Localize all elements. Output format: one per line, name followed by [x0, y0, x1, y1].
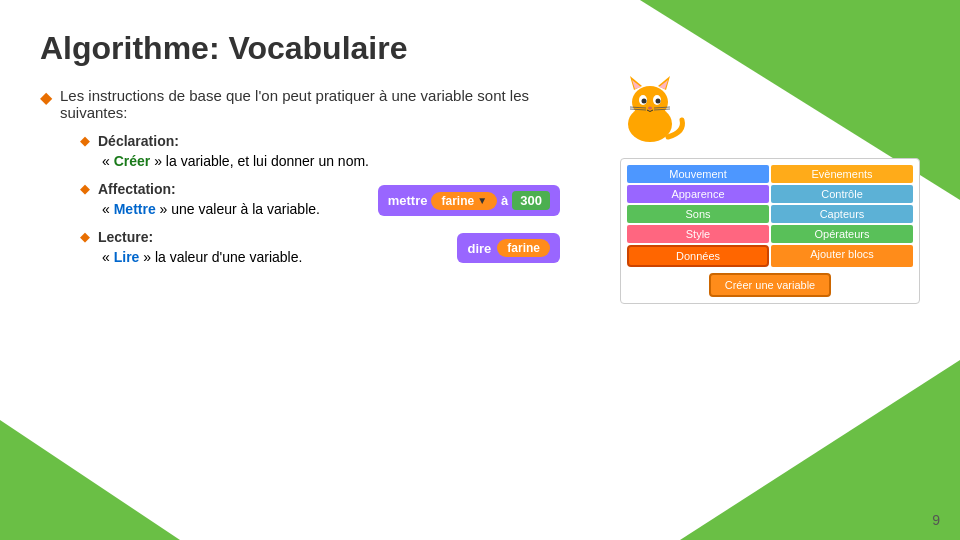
- menu-capteurs: Capteurs: [771, 205, 913, 223]
- svg-point-9: [656, 99, 661, 104]
- page-title: Algorithme: Vocabulaire: [40, 30, 920, 67]
- scratch-block-mettre: mettre farine ▼ à 300: [378, 185, 560, 216]
- left-panel: ◆ Les instructions de base que l'on peut…: [40, 87, 560, 304]
- farine-label: farine: [441, 194, 474, 208]
- svg-point-8: [642, 99, 647, 104]
- affectation-bullet-icon: ◆: [80, 181, 90, 196]
- affectation-text: ◆ Affectation: « Mettre » une valeur à l…: [80, 181, 350, 217]
- svg-point-10: [648, 107, 652, 110]
- declaration-section: ◆ Déclaration: « Créer » la variable, et…: [80, 133, 560, 169]
- menu-evenements: Evènements: [771, 165, 913, 183]
- declaration-bullet-icon: ◆: [80, 133, 90, 148]
- menu-style: Style: [627, 225, 769, 243]
- creer-variable-button[interactable]: Créer une variable: [709, 273, 832, 297]
- menu-ajouter-blocs: Ajouter blocs: [771, 245, 913, 267]
- farine-dire-label: farine: [507, 241, 540, 255]
- declaration-bullet: ◆ Déclaration:: [80, 133, 560, 149]
- lecture-section: ◆ Lecture: « Lire » la valeur d'une vari…: [80, 229, 560, 265]
- main-instruction: ◆ Les instructions de base que l'on peut…: [40, 87, 560, 121]
- declaration-rest: » la variable, et lui donner un nom.: [150, 153, 369, 169]
- farine-badge-mettre: farine ▼: [431, 192, 497, 210]
- main-bullet-icon: ◆: [40, 88, 52, 107]
- dire-label: dire: [467, 241, 491, 256]
- affectation-bullet: ◆ Affectation:: [80, 181, 350, 197]
- affectation-section: ◆ Affectation: « Mettre » une valeur à l…: [80, 181, 560, 217]
- scratch-menu-grid: Mouvement Evènements Apparence Contrôle …: [627, 165, 913, 267]
- affectation-desc: « Mettre » une valeur à la variable.: [102, 201, 350, 217]
- farine-arrow: ▼: [477, 195, 487, 206]
- affectation-label: Affectation:: [98, 181, 176, 197]
- menu-sons: Sons: [627, 205, 769, 223]
- declaration-label: Déclaration:: [98, 133, 179, 149]
- menu-donnees[interactable]: Données: [627, 245, 769, 267]
- value-label: 300: [512, 191, 550, 210]
- lire-highlight: Lire: [114, 249, 140, 265]
- right-panel: Mouvement Evènements Apparence Contrôle …: [580, 87, 920, 304]
- lecture-bullet-icon: ◆: [80, 229, 90, 244]
- lecture-label: Lecture:: [98, 229, 153, 245]
- creer-highlight: Créer: [114, 153, 151, 169]
- lecture-text: ◆ Lecture: « Lire » la valeur d'une vari…: [80, 229, 350, 265]
- mettre-highlight: Mettre: [114, 201, 156, 217]
- bg-decoration-bottom-left: [0, 420, 180, 540]
- menu-mouvement: Mouvement: [627, 165, 769, 183]
- lecture-rest: » la valeur d'une variable.: [139, 249, 302, 265]
- menu-operateurs: Opérateurs: [771, 225, 913, 243]
- lecture-row: ◆ Lecture: « Lire » la valeur d'une vari…: [80, 229, 560, 265]
- declaration-text: « Créer » la variable, et lui donner un …: [102, 153, 560, 169]
- mettre-label: mettre: [388, 193, 428, 208]
- svg-point-1: [632, 86, 668, 118]
- scratch-menu-ui: Mouvement Evènements Apparence Contrôle …: [620, 158, 920, 304]
- main-instruction-text: Les instructions de base que l'on peut p…: [60, 87, 560, 121]
- mettre-block-area: mettre farine ▼ à 300: [360, 181, 560, 216]
- a-label: à: [501, 193, 508, 208]
- dire-block-area: dire farine: [360, 229, 560, 263]
- affectation-rest: » une valeur à la variable.: [156, 201, 320, 217]
- farine-badge-dire: farine: [497, 239, 550, 257]
- bg-decoration-bottom-right: [680, 360, 960, 540]
- scratch-block-dire: dire farine: [457, 233, 560, 263]
- affectation-row: ◆ Affectation: « Mettre » une valeur à l…: [80, 181, 560, 217]
- scratch-cat-image: [610, 72, 690, 152]
- lecture-desc: « Lire » la valeur d'une variable.: [102, 249, 350, 265]
- lecture-bullet: ◆ Lecture:: [80, 229, 350, 245]
- menu-controle: Contrôle: [771, 185, 913, 203]
- page-number: 9: [932, 512, 940, 528]
- menu-apparence: Apparence: [627, 185, 769, 203]
